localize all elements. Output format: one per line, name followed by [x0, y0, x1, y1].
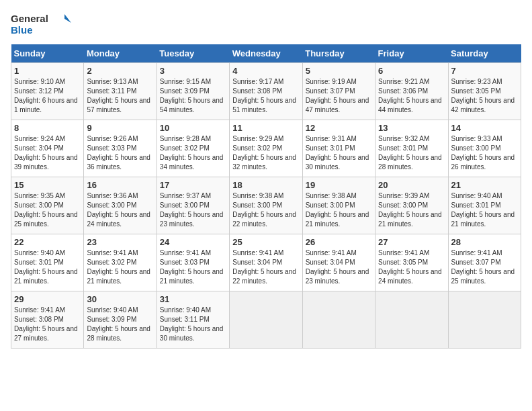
day-detail: Sunrise: 9:36 AMSunset: 3:00 PMDaylight:…	[87, 191, 153, 229]
day-number: 12	[306, 123, 372, 133]
calendar-cell: 7Sunrise: 9:23 AMSunset: 3:05 PMDaylight…	[448, 63, 521, 120]
day-detail: Sunrise: 9:37 AMSunset: 3:00 PMDaylight:…	[160, 191, 226, 229]
day-detail: Sunrise: 9:24 AMSunset: 3:04 PMDaylight:…	[14, 134, 81, 172]
calendar-cell: 10Sunrise: 9:28 AMSunset: 3:02 PMDayligh…	[157, 120, 229, 177]
day-number: 16	[87, 180, 153, 190]
day-number: 21	[451, 180, 518, 190]
calendar-cell: 23Sunrise: 9:41 AMSunset: 3:02 PMDayligh…	[84, 234, 157, 291]
calendar-cell: 21Sunrise: 9:40 AMSunset: 3:01 PMDayligh…	[448, 177, 521, 234]
day-number: 25	[232, 237, 299, 247]
day-detail: Sunrise: 9:39 AMSunset: 3:00 PMDaylight:…	[378, 191, 445, 229]
day-detail: Sunrise: 9:10 AMSunset: 3:12 PMDaylight:…	[14, 77, 81, 115]
day-number: 2	[87, 66, 153, 76]
day-detail: Sunrise: 9:41 AMSunset: 3:03 PMDaylight:…	[160, 248, 226, 286]
day-detail: Sunrise: 9:40 AMSunset: 3:01 PMDaylight:…	[14, 248, 81, 286]
calendar-cell: 15Sunrise: 9:35 AMSunset: 3:00 PMDayligh…	[11, 177, 84, 234]
day-number: 8	[14, 123, 81, 133]
calendar-cell: 3Sunrise: 9:15 AMSunset: 3:09 PMDaylight…	[157, 63, 229, 120]
calendar-cell: 24Sunrise: 9:41 AMSunset: 3:03 PMDayligh…	[157, 234, 229, 291]
logo-svg: General Blue	[11, 11, 71, 38]
weekday-header-sunday: Sunday	[11, 44, 84, 63]
day-number: 20	[378, 180, 445, 190]
day-number: 19	[306, 180, 372, 190]
calendar-cell: 18Sunrise: 9:38 AMSunset: 3:00 PMDayligh…	[230, 177, 302, 234]
calendar-cell: 1Sunrise: 9:10 AMSunset: 3:12 PMDaylight…	[11, 63, 84, 120]
day-detail: Sunrise: 9:41 AMSunset: 3:07 PMDaylight:…	[451, 248, 518, 286]
day-detail: Sunrise: 9:31 AMSunset: 3:01 PMDaylight:…	[306, 134, 372, 172]
day-detail: Sunrise: 9:40 AMSunset: 3:09 PMDaylight:…	[87, 306, 153, 343]
calendar-table: SundayMondayTuesdayWednesdayThursdayFrid…	[11, 44, 521, 349]
day-number: 17	[160, 180, 226, 190]
calendar-cell: 12Sunrise: 9:31 AMSunset: 3:01 PMDayligh…	[302, 120, 375, 177]
svg-marker-2	[64, 14, 71, 23]
logo: General Blue	[11, 11, 71, 38]
calendar-cell: 29Sunrise: 9:41 AMSunset: 3:08 PMDayligh…	[11, 291, 84, 349]
day-detail: Sunrise: 9:15 AMSunset: 3:09 PMDaylight:…	[160, 77, 226, 115]
calendar-cell: 27Sunrise: 9:41 AMSunset: 3:05 PMDayligh…	[375, 234, 448, 291]
calendar-week-row: 22Sunrise: 9:40 AMSunset: 3:01 PMDayligh…	[11, 234, 521, 291]
weekday-header-thursday: Thursday	[302, 44, 375, 63]
calendar-cell: 11Sunrise: 9:29 AMSunset: 3:02 PMDayligh…	[230, 120, 302, 177]
day-detail: Sunrise: 9:33 AMSunset: 3:00 PMDaylight:…	[451, 134, 518, 172]
day-number: 29	[14, 294, 81, 304]
day-number: 31	[160, 294, 226, 304]
weekday-header-wednesday: Wednesday	[230, 44, 302, 63]
calendar-cell: 13Sunrise: 9:32 AMSunset: 3:01 PMDayligh…	[375, 120, 448, 177]
weekday-header-tuesday: Tuesday	[157, 44, 229, 63]
day-detail: Sunrise: 9:41 AMSunset: 3:05 PMDaylight:…	[378, 248, 445, 286]
header: General Blue	[11, 11, 521, 38]
calendar-week-row: 8Sunrise: 9:24 AMSunset: 3:04 PMDaylight…	[11, 120, 521, 177]
day-detail: Sunrise: 9:41 AMSunset: 3:04 PMDaylight:…	[232, 248, 299, 286]
day-number: 9	[87, 123, 153, 133]
day-detail: Sunrise: 9:38 AMSunset: 3:00 PMDaylight:…	[232, 191, 299, 229]
day-detail: Sunrise: 9:28 AMSunset: 3:02 PMDaylight:…	[160, 134, 226, 172]
calendar-cell: 31Sunrise: 9:40 AMSunset: 3:11 PMDayligh…	[157, 291, 229, 349]
day-detail: Sunrise: 9:40 AMSunset: 3:11 PMDaylight:…	[160, 306, 226, 343]
day-number: 24	[160, 237, 226, 247]
day-detail: Sunrise: 9:19 AMSunset: 3:07 PMDaylight:…	[306, 77, 372, 115]
day-number: 11	[232, 123, 299, 133]
day-detail: Sunrise: 9:38 AMSunset: 3:00 PMDaylight:…	[306, 191, 372, 229]
svg-text:General: General	[11, 13, 48, 24]
day-number: 28	[451, 237, 518, 247]
day-number: 1	[14, 66, 81, 76]
day-detail: Sunrise: 9:29 AMSunset: 3:02 PMDaylight:…	[232, 134, 299, 172]
svg-text:Blue: Blue	[11, 24, 33, 36]
calendar-cell: 14Sunrise: 9:33 AMSunset: 3:00 PMDayligh…	[448, 120, 521, 177]
calendar-cell: 20Sunrise: 9:39 AMSunset: 3:00 PMDayligh…	[375, 177, 448, 234]
calendar-week-row: 29Sunrise: 9:41 AMSunset: 3:08 PMDayligh…	[11, 291, 521, 349]
calendar-cell: 28Sunrise: 9:41 AMSunset: 3:07 PMDayligh…	[448, 234, 521, 291]
calendar-cell: 2Sunrise: 9:13 AMSunset: 3:11 PMDaylight…	[84, 63, 157, 120]
day-number: 10	[160, 123, 226, 133]
day-number: 4	[232, 66, 299, 76]
calendar-cell: 5Sunrise: 9:19 AMSunset: 3:07 PMDaylight…	[302, 63, 375, 120]
day-number: 18	[232, 180, 299, 190]
weekday-header-monday: Monday	[84, 44, 157, 63]
day-detail: Sunrise: 9:41 AMSunset: 3:02 PMDaylight:…	[87, 248, 153, 286]
day-detail: Sunrise: 9:21 AMSunset: 3:06 PMDaylight:…	[378, 77, 445, 115]
weekday-header-friday: Friday	[375, 44, 448, 63]
calendar-cell: 9Sunrise: 9:26 AMSunset: 3:03 PMDaylight…	[84, 120, 157, 177]
day-number: 30	[87, 294, 153, 304]
calendar-cell: 19Sunrise: 9:38 AMSunset: 3:00 PMDayligh…	[302, 177, 375, 234]
day-number: 14	[451, 123, 518, 133]
day-number: 5	[306, 66, 372, 76]
calendar-week-row: 1Sunrise: 9:10 AMSunset: 3:12 PMDaylight…	[11, 63, 521, 120]
day-number: 13	[378, 123, 445, 133]
day-number: 23	[87, 237, 153, 247]
calendar-cell	[302, 291, 375, 349]
calendar-cell: 8Sunrise: 9:24 AMSunset: 3:04 PMDaylight…	[11, 120, 84, 177]
calendar-cell	[375, 291, 448, 349]
weekday-header-row: SundayMondayTuesdayWednesdayThursdayFrid…	[11, 44, 521, 63]
calendar-cell: 6Sunrise: 9:21 AMSunset: 3:06 PMDaylight…	[375, 63, 448, 120]
day-number: 3	[160, 66, 226, 76]
calendar-cell: 17Sunrise: 9:37 AMSunset: 3:00 PMDayligh…	[157, 177, 229, 234]
day-detail: Sunrise: 9:41 AMSunset: 3:04 PMDaylight:…	[306, 248, 372, 286]
day-detail: Sunrise: 9:17 AMSunset: 3:08 PMDaylight:…	[232, 77, 299, 115]
weekday-header-saturday: Saturday	[448, 44, 521, 63]
day-detail: Sunrise: 9:41 AMSunset: 3:08 PMDaylight:…	[14, 306, 81, 343]
calendar-cell: 26Sunrise: 9:41 AMSunset: 3:04 PMDayligh…	[302, 234, 375, 291]
day-detail: Sunrise: 9:23 AMSunset: 3:05 PMDaylight:…	[451, 77, 518, 115]
day-number: 7	[451, 66, 518, 76]
calendar-cell: 30Sunrise: 9:40 AMSunset: 3:09 PMDayligh…	[84, 291, 157, 349]
